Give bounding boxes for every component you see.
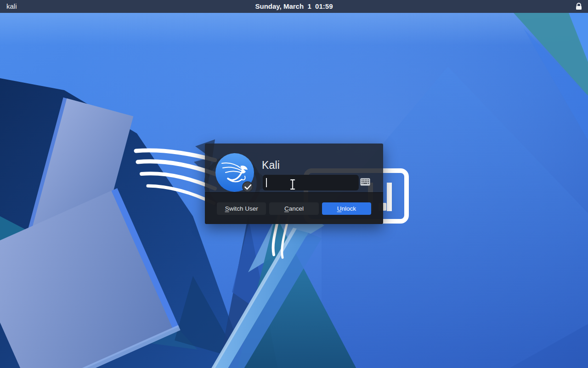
- text-ibeam-cursor: [289, 178, 296, 190]
- username-label: Kali: [262, 159, 280, 172]
- switch-user-mnemonic: S: [225, 205, 229, 212]
- unlock-mnemonic: U: [337, 205, 342, 212]
- lock-screen: kali Sunday, March 1 01:59: [0, 0, 588, 368]
- switch-user-label: witch User: [229, 205, 258, 212]
- password-input[interactable]: [263, 175, 359, 190]
- clock-label: Sunday, March 1 01:59: [0, 0, 588, 13]
- kali-logo-avatar: [215, 153, 254, 192]
- text-caret: [266, 178, 267, 187]
- unlock-button[interactable]: Unlock: [322, 202, 371, 215]
- checkmark-icon: [243, 182, 253, 192]
- keyboard-icon[interactable]: [360, 178, 370, 186]
- password-field-wrap: [263, 175, 359, 190]
- switch-user-button[interactable]: Switch User: [217, 202, 266, 215]
- cancel-label: ancel: [289, 205, 304, 212]
- top-panel: kali Sunday, March 1 01:59: [0, 0, 588, 13]
- cancel-button[interactable]: Cancel: [269, 202, 318, 215]
- cancel-mnemonic: C: [284, 205, 289, 212]
- dialog-button-row: Switch User Cancel Unlock: [205, 192, 383, 224]
- padlock-icon: [575, 2, 582, 11]
- unlock-label: nlock: [341, 205, 356, 212]
